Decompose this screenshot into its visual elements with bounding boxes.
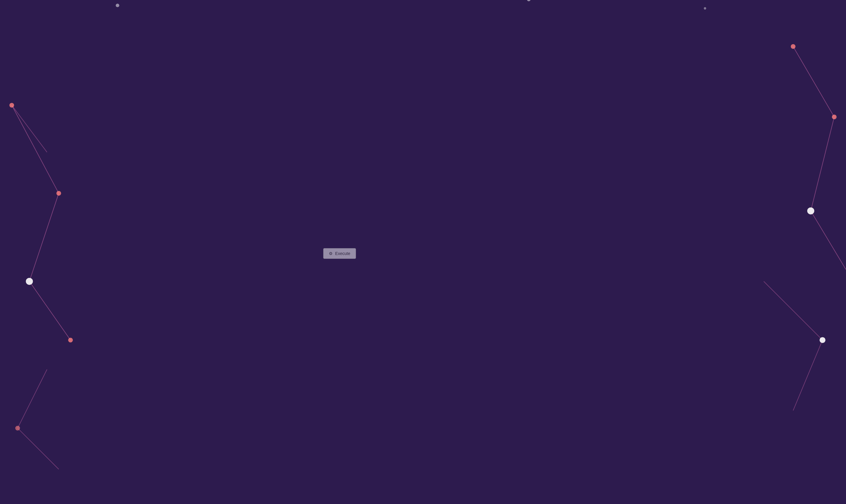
pencil-icon-1: ✏ bbox=[269, 266, 273, 271]
svg-line-9 bbox=[18, 370, 47, 428]
output-column: Output function Main(): string[/[a-f]+/]… bbox=[428, 162, 583, 244]
example-2-button[interactable]: ✏ Example 2 (Fac) bbox=[314, 263, 362, 274]
logo-bracket-open: [ bbox=[281, 15, 286, 31]
logo-plus: + bbox=[321, 15, 330, 31]
page-container: / . * [ A-Z ] + / Regex Refinement Types… bbox=[251, 6, 595, 286]
issue-count: 1 issue bbox=[346, 135, 362, 140]
site-title: Regex Refinement Types bbox=[264, 33, 583, 42]
type-check-label: Perform type checks bbox=[277, 251, 315, 256]
svg-line-2 bbox=[29, 193, 58, 281]
search-icon: 🔍 bbox=[269, 251, 274, 256]
out-string-ao: "ao" bbox=[463, 217, 473, 222]
output-line-brace1: } bbox=[435, 195, 575, 202]
code-input[interactable]: function Main(): string[/[a-f]+/] { retu… bbox=[264, 174, 418, 236]
svg-point-15 bbox=[791, 44, 796, 49]
main-content: PoC Lang On the left, enter code written… bbox=[251, 62, 595, 286]
svg-point-11 bbox=[15, 426, 20, 431]
section-title: PoC Lang bbox=[264, 74, 583, 89]
logo-dot: . bbox=[268, 16, 272, 31]
svg-line-14 bbox=[811, 211, 846, 270]
svg-point-5 bbox=[10, 103, 14, 108]
logo-bracket-close: ] bbox=[314, 15, 319, 31]
warning-item: L2:4 Return type string [/[a-z][a-z]/] o… bbox=[278, 143, 577, 150]
out-keyword-function2: function bbox=[435, 210, 455, 214]
svg-point-20 bbox=[819, 337, 825, 343]
logo-az: A-Z bbox=[287, 15, 313, 31]
output-line-return1: ⚠ return Secondary() bbox=[435, 187, 575, 195]
output-line-brace2: } bbox=[435, 224, 575, 231]
nav-item-poc-lang[interactable]: PoC Lang bbox=[264, 49, 294, 62]
execute-label: Execute bbox=[335, 251, 350, 256]
action-buttons: 🔍 Perform type checks ⚙ Execute bbox=[264, 248, 583, 259]
pencil-icon-2: ✏ bbox=[320, 266, 323, 271]
warning-list: L2:4 Return type string [/[a-z][a-z]/] o… bbox=[270, 143, 577, 150]
svg-line-12 bbox=[793, 47, 834, 117]
svg-line-3 bbox=[29, 281, 70, 340]
logo-slash1: / bbox=[264, 16, 267, 31]
input-column: Input function Main(): string[/[a-f]+/] … bbox=[264, 162, 418, 244]
description-2: Once you're finished, click the "Type ch… bbox=[264, 114, 583, 122]
logo: / . * [ A-Z ] + / bbox=[264, 15, 583, 31]
out-type-main: string[/[a-f]+/] bbox=[478, 181, 518, 186]
example-3-label: Example 3 (FFI) bbox=[377, 266, 407, 271]
svg-point-8 bbox=[68, 338, 73, 342]
example-1-label: Example 1 (RE) bbox=[276, 266, 305, 271]
svg-point-21 bbox=[116, 4, 119, 7]
svg-point-7 bbox=[26, 278, 33, 285]
nav-item-code[interactable]: Code bbox=[324, 49, 345, 62]
out-warning-icon: ⚠ bbox=[440, 189, 443, 194]
output-line-fn2: function Secondary(): string[/[a-z][a-z]… bbox=[435, 209, 575, 216]
svg-point-24 bbox=[704, 7, 706, 10]
svg-line-4 bbox=[12, 105, 47, 152]
out-keyword-return1: return bbox=[447, 189, 462, 194]
output-block-2: function Secondary(): string[/[a-z][a-z]… bbox=[435, 209, 575, 231]
example-2-label: Example 2 (Fac) bbox=[325, 266, 356, 271]
svg-point-6 bbox=[56, 191, 61, 196]
nav-separator-2: | bbox=[321, 53, 324, 57]
logo-slash2: / bbox=[331, 16, 335, 31]
svg-line-18 bbox=[764, 281, 823, 340]
output-label: Output bbox=[428, 162, 583, 170]
svg-point-23 bbox=[527, 0, 531, 1]
nav-separator-1: | bbox=[294, 53, 298, 57]
svg-line-10 bbox=[18, 428, 59, 469]
example-1-button[interactable]: ✏ Example 1 (RE) bbox=[264, 263, 311, 274]
output-line-fn1: function Main(): string[/[a-f]+/] { bbox=[435, 180, 575, 187]
pencil-icon-3: ✏ bbox=[371, 266, 375, 271]
execute-button[interactable]: ⚙ Execute bbox=[323, 248, 356, 259]
svg-line-19 bbox=[793, 340, 823, 410]
svg-point-16 bbox=[832, 114, 837, 119]
input-label: Input bbox=[264, 162, 418, 170]
warning-title-text: The type check finished, but found 1 iss… bbox=[277, 135, 363, 140]
svg-point-17 bbox=[807, 207, 814, 214]
output-line-return2: return "ao" bbox=[435, 216, 575, 224]
header: / . * [ A-Z ] + / Regex Refinement Types bbox=[251, 6, 595, 49]
warning-box: ⚠ The type check finished, but found 1 i… bbox=[264, 129, 583, 155]
output-block-1: function Main(): string[/[a-f]+/] { ⚠ re… bbox=[435, 180, 575, 203]
svg-line-13 bbox=[811, 117, 834, 211]
nav-item-design[interactable]: Design bbox=[297, 49, 321, 62]
logo-star: * bbox=[274, 15, 280, 31]
out-type-secondary: string[/[a-z][a-z]/] bbox=[490, 210, 541, 214]
output-box: function Main(): string[/[a-f]+/] { ⚠ re… bbox=[428, 174, 583, 244]
type-check-button[interactable]: 🔍 Perform type checks bbox=[264, 248, 320, 259]
out-keyword-return2: return bbox=[445, 217, 460, 222]
nav-bar: PoC Lang | Design | Code bbox=[251, 49, 595, 62]
gear-icon: ⚙ bbox=[329, 251, 333, 256]
svg-line-1 bbox=[12, 105, 59, 193]
warning-title: ⚠ The type check finished, but found 1 i… bbox=[270, 134, 577, 141]
example-3-button[interactable]: ✏ Example 3 (FFI) bbox=[365, 263, 413, 274]
examples-row: ✏ Example 1 (RE) ✏ Example 2 (Fac) ✏ Exa… bbox=[264, 263, 583, 274]
two-col-layout: Input function Main(): string[/[a-f]+/] … bbox=[264, 162, 583, 244]
warning-icon: ⚠ bbox=[270, 134, 275, 141]
out-keyword-function: function bbox=[435, 181, 455, 186]
description-1: On the left, enter code written in the p… bbox=[264, 95, 583, 110]
